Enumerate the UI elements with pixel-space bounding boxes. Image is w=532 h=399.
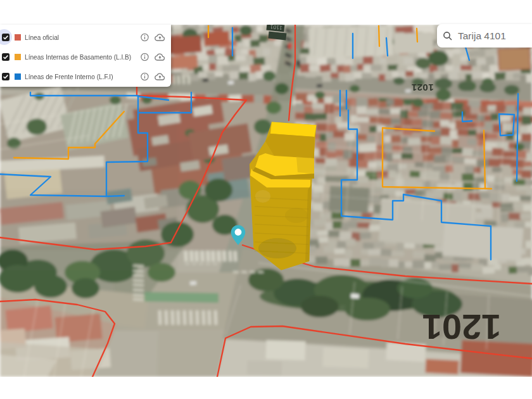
svg-text:1201: 1201 (422, 307, 502, 347)
svg-text:1021: 1021 (411, 82, 433, 93)
svg-text:1101: 1101 (270, 23, 282, 31)
